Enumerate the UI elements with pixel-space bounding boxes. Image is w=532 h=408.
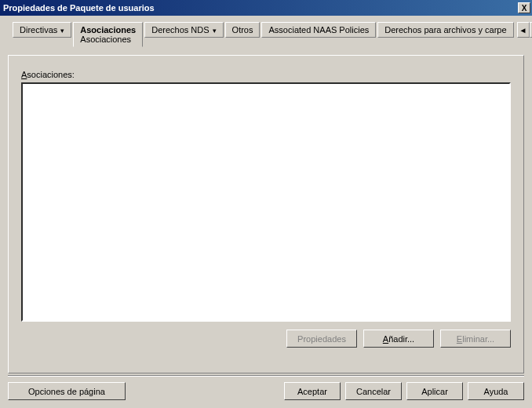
tab-label: Asociaciones: [80, 25, 136, 35]
close-icon: X: [522, 4, 527, 13]
tab-otros[interactable]: Otros: [225, 22, 261, 38]
tab-label: Otros: [232, 25, 253, 35]
help-button[interactable]: Ayuda: [468, 382, 524, 400]
add-button[interactable]: Añadir...: [363, 330, 434, 348]
button-label: Añadir...: [383, 334, 414, 344]
window-title: Propiedades de Paquete de usuarios: [3, 3, 518, 13]
ok-button[interactable]: Aceptar: [284, 382, 341, 400]
arrow-left-icon: ◄: [519, 26, 527, 35]
properties-button: Propiedades: [286, 330, 357, 348]
apply-button[interactable]: Aplicar: [406, 382, 463, 400]
tab-label: Derechos NDS: [151, 25, 209, 35]
tab-label: Derechos para archivos y carpe: [384, 25, 506, 35]
button-label: Opciones de página: [28, 387, 105, 396]
chevron-down-icon: ▾: [213, 27, 217, 35]
close-button[interactable]: X: [518, 2, 530, 13]
tab-associated-naas[interactable]: Associated NAAS Policies: [261, 22, 376, 38]
associations-listbox[interactable]: [21, 82, 511, 322]
tab-strip: Directivas▾ Asociaciones Asociaciones De…: [6, 22, 526, 47]
chevron-down-icon: ▾: [60, 27, 64, 35]
list-label-rest: sociaciones:: [27, 70, 75, 79]
cancel-button[interactable]: Cancelar: [345, 382, 402, 400]
tab-sublabel: Asociaciones: [80, 35, 131, 44]
tab-scroll-right[interactable]: ►: [530, 22, 532, 38]
tab-label: Associated NAAS Policies: [268, 25, 369, 35]
title-bar: Propiedades de Paquete de usuarios X: [0, 0, 532, 16]
client-area: Directivas▾ Asociaciones Asociaciones De…: [0, 16, 532, 408]
tab-label: Directivas: [20, 25, 57, 35]
tab-asociaciones[interactable]: Asociaciones Asociaciones: [73, 22, 143, 47]
delete-button: Eliminar...: [440, 330, 511, 348]
button-label: Ayuda: [484, 387, 508, 396]
tab-panel: Asociaciones: Propiedades Añadir... Elim…: [8, 55, 524, 373]
dialog-button-row: Opciones de página Aceptar Cancelar Apli…: [8, 382, 524, 400]
tab-derechos-archivos[interactable]: Derechos para archivos y carpe: [377, 22, 513, 38]
tab-directivas[interactable]: Directivas▾: [13, 22, 71, 38]
button-label: Eliminar...: [457, 334, 494, 344]
button-label: Aceptar: [297, 387, 327, 396]
list-label: Asociaciones:: [21, 70, 511, 79]
tab-scroll-left[interactable]: ◄: [517, 22, 530, 38]
panel-button-row: Propiedades Añadir... Eliminar...: [21, 330, 511, 348]
page-options-button[interactable]: Opciones de página: [8, 382, 126, 400]
tab-derechos-nds[interactable]: Derechos NDS▾: [144, 22, 223, 38]
button-label: Cancelar: [356, 387, 391, 396]
button-label: Propiedades: [297, 334, 346, 344]
tab-scroll: ◄ ►: [517, 22, 532, 38]
separator: [8, 375, 524, 377]
button-label: Aplicar: [421, 387, 448, 396]
